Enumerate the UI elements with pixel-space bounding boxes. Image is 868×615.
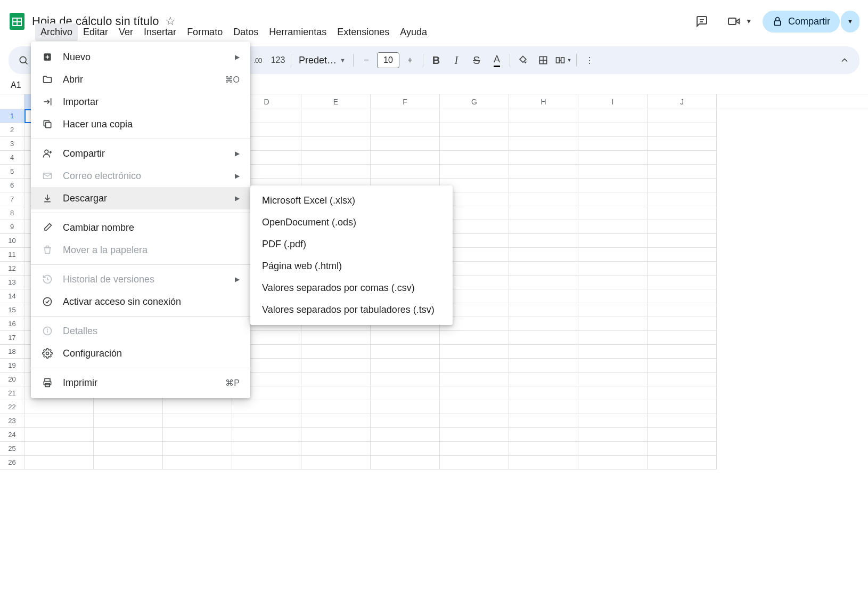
cell[interactable] <box>301 359 371 373</box>
row-header[interactable]: 24 <box>0 428 24 442</box>
cell[interactable] <box>509 276 578 289</box>
cell[interactable] <box>578 386 648 400</box>
column-header[interactable]: H <box>509 94 578 109</box>
increase-font-icon[interactable]: + <box>400 51 420 70</box>
cell[interactable] <box>440 373 509 386</box>
cell[interactable] <box>578 220 648 234</box>
cell[interactable] <box>301 345 371 359</box>
column-header[interactable]: I <box>578 94 648 109</box>
cell[interactable] <box>301 331 371 345</box>
cell[interactable] <box>94 442 163 456</box>
cell[interactable] <box>371 137 440 151</box>
cell[interactable] <box>301 165 371 179</box>
cell[interactable] <box>371 456 440 470</box>
strikethrough-icon[interactable]: S <box>467 51 486 70</box>
cell[interactable] <box>301 400 371 414</box>
cell[interactable] <box>578 179 648 192</box>
download-option[interactable]: Microsoft Excel (.xlsx) <box>250 190 453 212</box>
menu-insertar[interactable]: Insertar <box>138 23 182 41</box>
column-header[interactable]: G <box>440 94 509 109</box>
cell[interactable] <box>648 345 717 359</box>
cell[interactable] <box>301 386 371 400</box>
cell[interactable] <box>440 400 509 414</box>
cell[interactable] <box>440 359 509 373</box>
cell[interactable] <box>163 428 232 442</box>
row-header[interactable]: 18 <box>0 345 24 359</box>
cell[interactable] <box>163 414 232 428</box>
cell[interactable] <box>24 456 94 470</box>
cell[interactable] <box>371 359 440 373</box>
cell[interactable] <box>648 400 717 414</box>
cell[interactable] <box>440 386 509 400</box>
cell[interactable] <box>509 137 578 151</box>
cell[interactable] <box>509 109 578 123</box>
cell[interactable] <box>440 137 509 151</box>
cell[interactable] <box>509 123 578 137</box>
cell[interactable] <box>509 400 578 414</box>
decrease-font-icon[interactable]: − <box>357 51 376 70</box>
row-header[interactable]: 10 <box>0 234 24 248</box>
cell[interactable] <box>301 123 371 137</box>
column-header[interactable]: E <box>301 94 371 109</box>
cell[interactable] <box>509 192 578 206</box>
row-header[interactable]: 6 <box>0 179 24 192</box>
meet-button[interactable]: ▼ <box>723 11 752 32</box>
font-selector[interactable]: Predet… ▼ <box>294 55 350 66</box>
cell[interactable] <box>509 359 578 373</box>
cell[interactable] <box>94 428 163 442</box>
sheets-logo[interactable] <box>6 11 28 32</box>
cell[interactable] <box>440 165 509 179</box>
cell[interactable] <box>301 137 371 151</box>
cell[interactable] <box>578 123 648 137</box>
cell[interactable] <box>648 359 717 373</box>
download-option[interactable]: Página web (.html) <box>250 255 453 277</box>
cell-reference[interactable]: A1 <box>9 80 34 90</box>
cell[interactable] <box>509 442 578 456</box>
cell[interactable] <box>648 442 717 456</box>
download-option[interactable]: Valores separados por tabuladores (.tsv) <box>250 299 453 321</box>
cell[interactable] <box>648 123 717 137</box>
row-header[interactable]: 12 <box>0 262 24 276</box>
cell[interactable] <box>232 456 301 470</box>
cell[interactable] <box>648 386 717 400</box>
cell[interactable] <box>232 400 301 414</box>
cell[interactable] <box>163 400 232 414</box>
cell[interactable] <box>301 442 371 456</box>
cell[interactable] <box>648 331 717 345</box>
cell[interactable] <box>509 289 578 303</box>
row-header[interactable]: 16 <box>0 317 24 331</box>
cell[interactable] <box>578 289 648 303</box>
cell[interactable] <box>648 234 717 248</box>
row-header[interactable]: 8 <box>0 206 24 220</box>
menu-open[interactable]: Abrir ⌘O <box>31 68 250 91</box>
cell[interactable] <box>648 220 717 234</box>
cell[interactable] <box>648 289 717 303</box>
cell[interactable] <box>509 428 578 442</box>
cell[interactable] <box>578 373 648 386</box>
cell[interactable] <box>371 442 440 456</box>
row-header[interactable]: 13 <box>0 276 24 289</box>
row-header[interactable]: 5 <box>0 165 24 179</box>
cell[interactable] <box>509 220 578 234</box>
menu-archivo[interactable]: Archivo <box>35 23 78 41</box>
cell[interactable] <box>648 151 717 165</box>
cell[interactable] <box>24 400 94 414</box>
row-header[interactable]: 15 <box>0 303 24 317</box>
select-all-corner[interactable] <box>0 94 24 109</box>
cell[interactable] <box>371 386 440 400</box>
cell[interactable] <box>509 262 578 276</box>
font-size-input[interactable]: 10 <box>377 52 399 68</box>
cell[interactable] <box>94 456 163 470</box>
cell[interactable] <box>371 414 440 428</box>
cell[interactable] <box>509 456 578 470</box>
share-dropdown[interactable]: ▼ <box>841 11 859 33</box>
row-header[interactable]: 23 <box>0 414 24 428</box>
cell[interactable] <box>578 428 648 442</box>
menu-formato[interactable]: Formato <box>182 23 228 41</box>
menu-download[interactable]: Descargar ▶ <box>31 187 250 209</box>
row-header[interactable]: 4 <box>0 151 24 165</box>
cell[interactable] <box>371 345 440 359</box>
cell[interactable] <box>94 400 163 414</box>
cell[interactable] <box>371 331 440 345</box>
cell[interactable] <box>440 456 509 470</box>
